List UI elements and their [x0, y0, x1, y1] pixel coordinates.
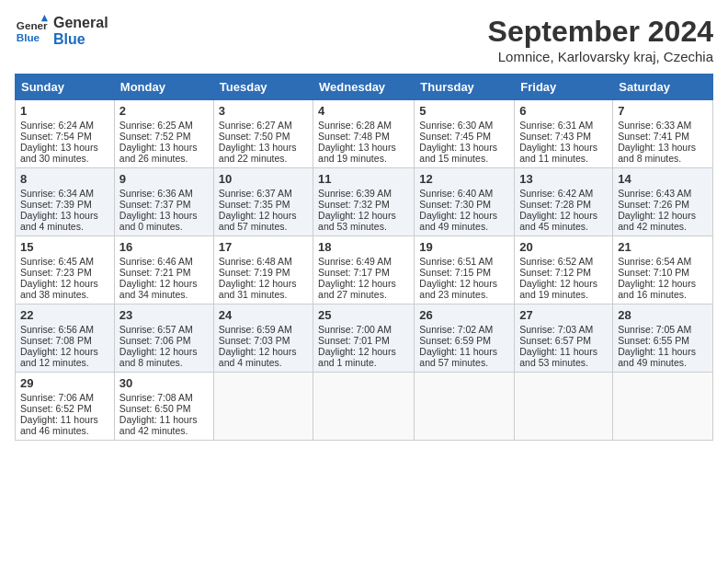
calendar-week-row: 22Sunrise: 6:56 AMSunset: 7:08 PMDayligh… [16, 304, 713, 373]
col-header-friday: Friday [515, 75, 613, 100]
day-info: Sunrise: 6:42 AM [519, 188, 608, 199]
day-info: Daylight: 11 hours [519, 346, 608, 357]
day-info: Sunset: 7:39 PM [20, 199, 109, 210]
day-info: Daylight: 12 hours [20, 278, 109, 289]
calendar-cell: 25Sunrise: 7:00 AMSunset: 7:01 PMDayligh… [313, 304, 415, 373]
day-info: and 8 minutes. [119, 357, 209, 368]
day-info: Sunrise: 6:27 AM [219, 120, 308, 131]
day-info: Sunset: 7:06 PM [119, 335, 209, 346]
calendar-table: SundayMondayTuesdayWednesdayThursdayFrid… [15, 74, 713, 441]
day-info: Daylight: 12 hours [519, 210, 608, 221]
day-info: Sunset: 7:01 PM [318, 335, 409, 346]
logo-icon: General Blue [15, 15, 48, 48]
day-info: Sunset: 7:12 PM [519, 267, 608, 278]
day-info: Daylight: 13 hours [119, 210, 209, 221]
day-number: 15 [20, 240, 109, 254]
day-info: Sunset: 7:15 PM [419, 267, 509, 278]
day-info: Sunrise: 6:25 AM [119, 120, 209, 131]
day-info: Sunrise: 6:49 AM [318, 256, 409, 267]
calendar-cell: 3Sunrise: 6:27 AMSunset: 7:50 PMDaylight… [213, 100, 313, 168]
day-info: Daylight: 12 hours [219, 210, 308, 221]
day-info: Sunset: 7:32 PM [318, 199, 409, 210]
day-info: Sunrise: 6:33 AM [618, 120, 708, 131]
day-info: Daylight: 11 hours [119, 414, 209, 425]
calendar-cell: 17Sunrise: 6:48 AMSunset: 7:19 PMDayligh… [213, 236, 313, 304]
day-info: Sunset: 6:50 PM [119, 403, 209, 414]
day-info: and 23 minutes. [419, 289, 509, 300]
day-number: 22 [20, 308, 109, 322]
day-number: 28 [618, 308, 708, 322]
day-info: Daylight: 12 hours [318, 278, 409, 289]
day-info: and 26 minutes. [119, 153, 209, 164]
day-number: 16 [119, 240, 209, 254]
day-info: Daylight: 12 hours [119, 346, 209, 357]
month-title: September 2024 [488, 15, 713, 49]
day-info: and 19 minutes. [519, 289, 608, 300]
day-number: 10 [219, 172, 308, 186]
day-number: 9 [119, 172, 209, 186]
calendar-cell: 5Sunrise: 6:30 AMSunset: 7:45 PMDaylight… [415, 100, 515, 168]
day-number: 20 [519, 240, 608, 254]
day-info: and 53 minutes. [318, 221, 409, 232]
calendar-week-row: 29Sunrise: 7:06 AMSunset: 6:52 PMDayligh… [16, 373, 713, 441]
col-header-saturday: Saturday [613, 75, 713, 100]
day-info: Sunset: 7:30 PM [419, 199, 509, 210]
calendar-cell: 1Sunrise: 6:24 AMSunset: 7:54 PMDaylight… [16, 100, 115, 168]
day-info: Daylight: 13 hours [219, 142, 308, 153]
svg-text:Blue: Blue [17, 31, 40, 43]
day-info: Daylight: 12 hours [519, 278, 608, 289]
day-info: Sunrise: 6:39 AM [318, 188, 409, 199]
day-info: Sunrise: 6:57 AM [119, 324, 209, 335]
calendar-cell: 30Sunrise: 7:08 AMSunset: 6:50 PMDayligh… [114, 373, 213, 441]
day-info: and 38 minutes. [20, 289, 109, 300]
day-info: and 8 minutes. [618, 153, 708, 164]
day-info: Daylight: 12 hours [20, 346, 109, 357]
day-info: Sunset: 7:19 PM [219, 267, 308, 278]
calendar-cell: 6Sunrise: 6:31 AMSunset: 7:43 PMDaylight… [515, 100, 613, 168]
day-info: Daylight: 13 hours [318, 142, 409, 153]
day-info: Sunset: 7:45 PM [419, 131, 509, 142]
day-info: and 11 minutes. [519, 153, 608, 164]
day-info: Sunset: 7:54 PM [20, 131, 109, 142]
day-info: Daylight: 12 hours [419, 210, 509, 221]
day-info: Sunset: 6:55 PM [618, 335, 708, 346]
day-number: 7 [618, 104, 708, 118]
day-info: Sunset: 7:03 PM [219, 335, 308, 346]
day-info: Daylight: 12 hours [219, 346, 308, 357]
day-info: and 4 minutes. [219, 357, 308, 368]
day-number: 21 [618, 240, 708, 254]
day-info: Sunrise: 6:45 AM [20, 256, 109, 267]
day-info: Sunset: 7:35 PM [219, 199, 308, 210]
day-number: 18 [318, 240, 409, 254]
col-header-tuesday: Tuesday [213, 75, 313, 100]
day-info: Sunrise: 6:56 AM [20, 324, 109, 335]
day-info: Daylight: 11 hours [618, 346, 708, 357]
calendar-cell: 15Sunrise: 6:45 AMSunset: 7:23 PMDayligh… [16, 236, 115, 304]
day-info: Daylight: 12 hours [219, 278, 308, 289]
day-number: 17 [219, 240, 308, 254]
day-number: 2 [119, 104, 209, 118]
calendar-cell: 7Sunrise: 6:33 AMSunset: 7:41 PMDaylight… [613, 100, 713, 168]
day-info: and 1 minute. [318, 357, 409, 368]
calendar-header-row: SundayMondayTuesdayWednesdayThursdayFrid… [16, 75, 713, 100]
day-info: and 30 minutes. [20, 153, 109, 164]
calendar-cell: 20Sunrise: 6:52 AMSunset: 7:12 PMDayligh… [515, 236, 613, 304]
day-info: Sunrise: 6:40 AM [419, 188, 509, 199]
calendar-cell: 18Sunrise: 6:49 AMSunset: 7:17 PMDayligh… [313, 236, 415, 304]
day-number: 29 [20, 376, 109, 390]
day-info: Daylight: 12 hours [318, 210, 409, 221]
day-info: and 12 minutes. [20, 357, 109, 368]
day-number: 23 [119, 308, 209, 322]
calendar-cell: 16Sunrise: 6:46 AMSunset: 7:21 PMDayligh… [114, 236, 213, 304]
day-info: Daylight: 11 hours [20, 414, 109, 425]
calendar-cell [313, 373, 415, 441]
day-info: Sunset: 7:21 PM [119, 267, 209, 278]
calendar-cell [515, 373, 613, 441]
day-info: Daylight: 13 hours [618, 142, 708, 153]
day-info: Sunrise: 7:02 AM [419, 324, 509, 335]
title-area: September 2024 Lomnice, Karlovarsky kraj… [488, 15, 713, 64]
calendar-cell: 21Sunrise: 6:54 AMSunset: 7:10 PMDayligh… [613, 236, 713, 304]
day-info: Sunrise: 6:51 AM [419, 256, 509, 267]
calendar-cell: 9Sunrise: 6:36 AMSunset: 7:37 PMDaylight… [114, 168, 213, 236]
day-info: Sunset: 7:48 PM [318, 131, 409, 142]
